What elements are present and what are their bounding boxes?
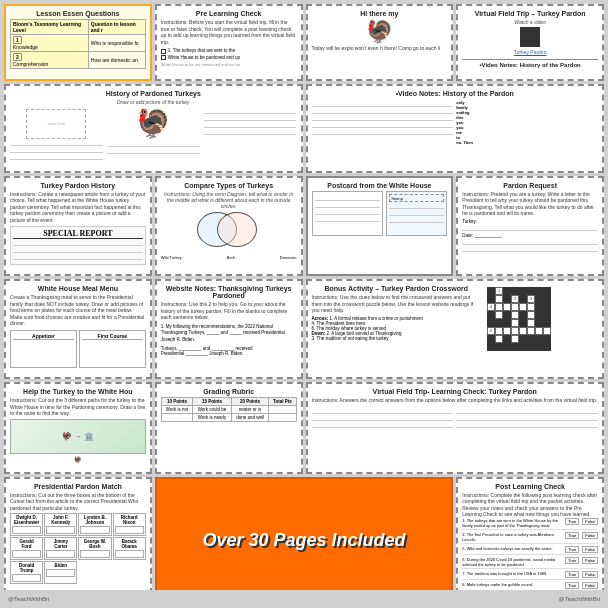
cw-4-6 — [535, 319, 543, 327]
vftcheck-left — [312, 407, 454, 430]
cw-5-7 — [543, 327, 551, 335]
pres-bush: George W.Bush — [78, 537, 111, 560]
pl-item8-false[interactable]: False — [582, 582, 598, 589]
pl-item6: 6. During the 2020 Covid-19 pandemic, so… — [462, 557, 598, 569]
cw-6-7 — [543, 335, 551, 343]
pres-biden-box — [46, 569, 75, 577]
pres-eis-box — [12, 526, 41, 534]
pl-item5-false[interactable]: False — [582, 546, 598, 553]
cw-5-6 — [535, 327, 543, 335]
cw-7-2 — [503, 343, 511, 351]
pl-item6-false[interactable]: False — [582, 557, 598, 564]
cw-0-5 — [527, 287, 535, 295]
cw-3-0 — [487, 311, 495, 319]
menu-col1-header: Appetizer — [13, 333, 74, 340]
cw-5-3 — [511, 327, 519, 335]
helpturkey-title: Help the Turkey to the White Hou — [10, 388, 146, 395]
cw-3-7 — [543, 311, 551, 319]
cw-5-1 — [495, 327, 503, 335]
pres-ford-box — [12, 550, 41, 558]
line5 — [107, 149, 200, 154]
newspaper-area: SPECIAL REPORT — [10, 226, 146, 265]
pl-item6-true[interactable]: True — [565, 557, 579, 564]
cw-3-3 — [511, 311, 519, 319]
pardonreq-title: Pardon Request — [462, 182, 598, 189]
newspaper-header: SPECIAL REPORT — [13, 229, 143, 239]
rubric-r2c2: Work is nearly — [193, 414, 232, 422]
vn-line5 — [312, 130, 454, 135]
pl-item7-true[interactable]: True — [565, 571, 579, 578]
line9 — [204, 130, 297, 135]
cw-0-0 — [487, 287, 495, 295]
pl-item1-true[interactable]: True — [565, 518, 579, 525]
card-grading-rubric: Grading Rubric 10 Points 15 Points 20 Po… — [155, 382, 303, 474]
hithere-title: Hi there my — [312, 10, 448, 17]
cw-2-6 — [535, 303, 543, 311]
rubric-r1c1: Work is not — [161, 406, 192, 414]
menu-col2: First Course — [79, 330, 146, 368]
cw-0-1: 1 — [495, 287, 503, 295]
addr-line1 — [389, 204, 444, 209]
vn-line1 — [312, 102, 454, 107]
bloom-q2: How are domestic an — [88, 52, 145, 69]
crossword-title: Bonus Activity – Turkey Pardon Crossword — [312, 285, 482, 292]
card-pardon-request: Pardon Request Instructions: Pretend you… — [456, 176, 604, 277]
vc-line2 — [312, 416, 454, 421]
website-title: Website Notes: Thanksgiving Turkeys Pard… — [161, 285, 297, 299]
pl-item8-true[interactable]: True — [565, 582, 579, 589]
vft-subtitle: Watch a video — [462, 19, 598, 25]
vc-line1 — [312, 409, 454, 414]
venn-label-left: Wild Turkey — [161, 255, 182, 260]
pl-item1-false[interactable]: False — [582, 518, 598, 525]
postcard-address-area: Stamp — [386, 191, 447, 236]
pl-item2-false[interactable]: False — [582, 532, 598, 539]
line3 — [10, 155, 103, 160]
cw-6-2 — [503, 335, 511, 343]
vn-line2 — [312, 109, 454, 114]
venn-label-both: Both — [227, 255, 235, 260]
checkbox2[interactable] — [161, 55, 166, 60]
pres-ken-box — [46, 526, 75, 534]
cw-4-3 — [511, 319, 519, 327]
pl-item7-false[interactable]: False — [582, 571, 598, 578]
pardonreq-form: Turkey: Date: ___________ — [462, 219, 598, 252]
pc-line2 — [315, 203, 381, 208]
vftcheck-title: Virtual Field Trip- Learning Check: Turk… — [312, 388, 599, 395]
rubric-col4: Total Pts — [269, 398, 296, 406]
pl-item8-tf: True False — [565, 582, 598, 589]
rubric-col2: 15 Points — [193, 398, 232, 406]
card-postcard: Postcard from the White House Stamp — [306, 176, 454, 277]
maze-area: 🦃 → 🏛️ — [10, 419, 146, 454]
videonotes-title: •Video Notes: History of the Pardon — [462, 62, 598, 68]
pres-ford: GeraldFord — [10, 537, 43, 560]
cw-6-5 — [527, 335, 535, 343]
pl-item5-text: 5. Wild and domestic turkeys are exactly… — [462, 546, 565, 551]
cw-4-2 — [503, 319, 511, 327]
qr-code-placeholder — [462, 27, 598, 47]
vft-link[interactable]: Turkey Pardon — [462, 49, 598, 56]
card-website-notes: Website Notes: Thanksgiving Turkeys Pard… — [155, 279, 303, 379]
pl-item2: 2. The first President to save a turkey … — [462, 532, 598, 544]
cw-5-2 — [503, 327, 511, 335]
compare-instructions: Instructions: Using the venn Diagram, te… — [161, 191, 297, 209]
bloom-col1: Bloom's Taxonomy Learning Level — [11, 20, 89, 35]
turkey-art: 🦃 — [107, 107, 200, 140]
checkbox1[interactable] — [161, 49, 166, 54]
history-title: History of Pardoned Turkeys — [10, 90, 297, 97]
pl-item5-true[interactable]: True — [565, 546, 579, 553]
pl-item2-true[interactable]: True — [565, 532, 579, 539]
presidential-instructions: Instructions: Cut out the three boxes at… — [10, 492, 146, 512]
postcard-write-area — [312, 191, 384, 236]
card-hithere: Hi there my 🦃 Today will be explo won't … — [306, 4, 454, 81]
vftcheck-instructions: Instructions: Answers the correct answer… — [312, 397, 599, 404]
line6 — [204, 109, 297, 114]
card-vft-learning-check: Virtual Field Trip- Learning Check: Turk… — [306, 382, 605, 474]
crossword-clues: Across: 1. A formal release from a crime… — [312, 316, 482, 341]
cw-4-5 — [527, 319, 535, 327]
line2 — [10, 148, 103, 153]
cw-2-3 — [511, 303, 519, 311]
cw-1-3: 2 — [511, 295, 519, 303]
postcard-title: Postcard from the White House — [312, 182, 448, 189]
bloom-num1: 1 Knowledge — [11, 35, 89, 52]
bloom-col2: Question to lesson and r — [88, 20, 145, 35]
